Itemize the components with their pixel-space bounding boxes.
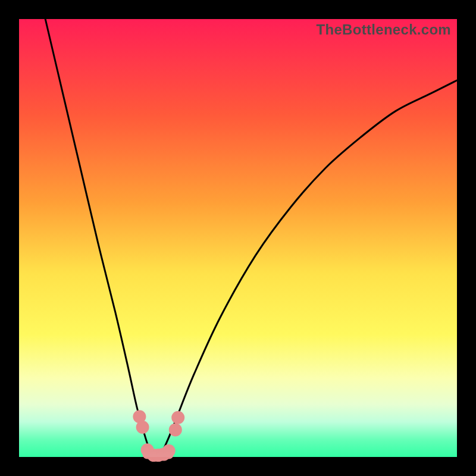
marker-dot (136, 421, 149, 434)
bottleneck-curve (45, 19, 457, 459)
plot-area: TheBottleneck.com (19, 19, 457, 457)
marker-dot (162, 444, 176, 458)
curve-layer (19, 19, 457, 457)
marker-dot (171, 411, 184, 424)
marker-dot (169, 423, 182, 436)
marker-group (133, 410, 184, 462)
chart-frame: TheBottleneck.com (0, 0, 476, 476)
